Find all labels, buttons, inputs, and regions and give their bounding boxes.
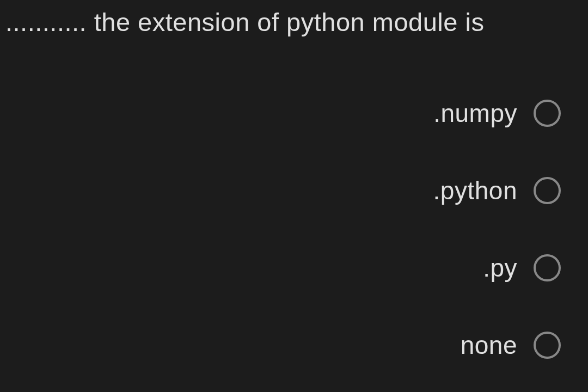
radio-circle-icon xyxy=(534,177,561,204)
radio-circle-icon xyxy=(534,254,561,281)
question-container: ........... the extension of python modu… xyxy=(0,0,588,39)
option-label: .python xyxy=(433,176,517,205)
radio-circle-icon xyxy=(534,100,561,127)
options-container: .numpy .python .py none xyxy=(0,99,588,360)
option-row-numpy[interactable]: .numpy xyxy=(0,99,561,128)
option-row-none[interactable]: none xyxy=(0,330,561,360)
option-label: .numpy xyxy=(433,99,517,128)
option-label: .py xyxy=(483,253,517,283)
radio-circle-icon xyxy=(534,332,561,359)
option-row-py[interactable]: .py xyxy=(0,253,561,283)
option-row-python[interactable]: .python xyxy=(0,176,561,205)
option-label: none xyxy=(461,330,517,360)
question-text: ........... the extension of python modu… xyxy=(5,5,583,39)
